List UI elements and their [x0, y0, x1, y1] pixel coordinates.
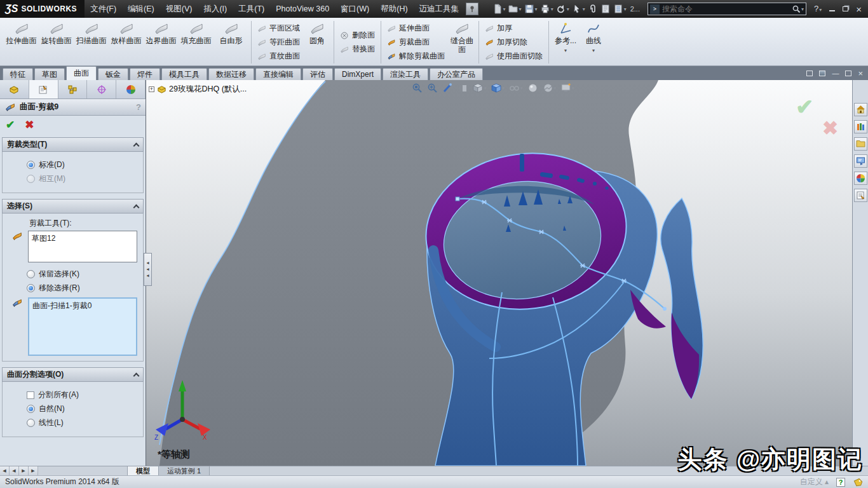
- restore-icon[interactable]: [843, 6, 848, 11]
- curves-button[interactable]: 曲线▾: [580, 20, 607, 65]
- lofted-surface-button[interactable]: 放样曲面: [109, 20, 144, 65]
- viewport-ok-icon[interactable]: ✔: [796, 94, 814, 119]
- panel-splitter-handle[interactable]: ◂◂◂: [144, 253, 152, 286]
- menu-photoview[interactable]: PhotoView 360: [270, 0, 335, 18]
- swept-surface-button[interactable]: 扫描曲面: [74, 20, 109, 65]
- undo-icon[interactable]: ▾: [556, 4, 569, 14]
- zoom-selection-icon[interactable]: [442, 83, 453, 93]
- keep-selection-radio[interactable]: [27, 270, 35, 278]
- trim-surface-button[interactable]: 剪裁曲面: [387, 36, 445, 48]
- model-tab[interactable]: 模型: [127, 466, 159, 475]
- tab-data-migration[interactable]: 数据迁移: [208, 68, 254, 80]
- open-icon[interactable]: ▾: [508, 4, 522, 14]
- reference-geometry-button[interactable]: 参考...▾: [552, 20, 580, 65]
- attach-icon[interactable]: [588, 4, 598, 14]
- web-icon[interactable]: [854, 172, 867, 185]
- motion-study-tab[interactable]: 运动算例 1: [159, 466, 210, 475]
- pieces-to-remove-list[interactable]: 曲面-扫描1-剪裁0: [28, 297, 137, 356]
- linear-radio[interactable]: [27, 419, 35, 427]
- ruled-surface-button[interactable]: 直纹曲面: [257, 50, 300, 62]
- menu-view[interactable]: 视图(V): [160, 0, 198, 18]
- filled-surface-button[interactable]: 填充曲面: [179, 20, 214, 65]
- thickened-cut-button[interactable]: 加厚切除: [485, 36, 543, 48]
- delete-face-button[interactable]: 删除面: [340, 29, 375, 41]
- ok-button[interactable]: ✔: [6, 118, 15, 132]
- standard-radio[interactable]: [27, 161, 35, 169]
- file-explorer-icon[interactable]: [854, 137, 867, 151]
- close-icon[interactable]: ×: [856, 5, 862, 13]
- knit-surface-button[interactable]: 缝合曲面: [448, 20, 476, 65]
- tab-render-tools[interactable]: 渲染工具: [383, 68, 428, 80]
- customize-menu[interactable]: 自定义 ▴: [800, 477, 829, 487]
- planar-surface-button[interactable]: 平面区域: [257, 22, 300, 34]
- search-caret-icon[interactable]: ▾: [801, 6, 804, 12]
- zoom-area-icon[interactable]: [427, 83, 438, 93]
- trim-type-header[interactable]: 剪裁类型(T): [2, 137, 144, 152]
- freeform-button[interactable]: 自由形: [214, 20, 248, 65]
- select-cursor-icon[interactable]: ▾: [572, 4, 585, 14]
- cancel-button[interactable]: ✖: [25, 118, 34, 132]
- keep-selection-row[interactable]: 保留选择(K): [27, 269, 140, 280]
- cut-with-surface-button[interactable]: 使用曲面切除: [485, 50, 543, 62]
- menu-tools[interactable]: 工具(T): [233, 0, 270, 18]
- natural-radio-row[interactable]: 自然(N): [27, 403, 140, 414]
- offset-surface-button[interactable]: 等距曲面: [257, 36, 300, 48]
- tab-mold-tools[interactable]: 模具工具: [161, 68, 207, 80]
- standard-radio-row[interactable]: 标准(D): [27, 159, 140, 170]
- save-icon[interactable]: ▾: [524, 4, 538, 14]
- mutual-radio[interactable]: [27, 175, 35, 183]
- collapse-chevron-icon[interactable]: [133, 373, 140, 379]
- display-style-icon[interactable]: ▾: [491, 83, 505, 93]
- tab-dimxpert[interactable]: DimXpert: [334, 68, 381, 80]
- tag-icon[interactable]: [853, 477, 863, 487]
- replace-face-button[interactable]: 替换面: [340, 43, 375, 55]
- tab-features[interactable]: 特征: [3, 68, 33, 80]
- minimize-icon[interactable]: [829, 6, 835, 11]
- zoom-fit-icon[interactable]: [412, 83, 423, 93]
- section-view-icon[interactable]: [458, 83, 468, 93]
- display-manager-tab-icon[interactable]: [116, 80, 146, 98]
- design-library-icon[interactable]: [854, 120, 867, 133]
- graphics-viewport[interactable]: X Z + 29玫瑰花DHQ (默认... ▾: [146, 80, 852, 466]
- tab-scroll-last-icon[interactable]: ▶: [29, 466, 38, 475]
- menu-window[interactable]: 窗口(W): [335, 0, 375, 18]
- quick-more-label[interactable]: 2...: [630, 5, 640, 13]
- tab-weldments[interactable]: 焊件: [130, 68, 160, 80]
- tab-direct-editing[interactable]: 直接编辑: [255, 68, 301, 80]
- custom-properties-icon[interactable]: [854, 189, 867, 202]
- flyout-feature-tree[interactable]: + 29玫瑰花DHQ (默认...: [149, 84, 247, 95]
- spline-endpoint[interactable]: [456, 197, 459, 201]
- graphics-canvas[interactable]: X Z: [146, 80, 852, 466]
- boundary-surface-button[interactable]: 边界曲面: [144, 20, 179, 65]
- search-icon[interactable]: [792, 4, 801, 13]
- pane-toggle2-icon[interactable]: [819, 71, 825, 76]
- linear-radio-row[interactable]: 线性(L): [27, 417, 140, 428]
- viewport-cancel-icon[interactable]: ✖: [822, 117, 838, 139]
- expand-tree-icon[interactable]: +: [149, 86, 154, 92]
- view-orientation-icon[interactable]: ▾: [473, 83, 487, 93]
- dimxpert-manager-tab-icon[interactable]: [87, 80, 116, 98]
- tab-office-products[interactable]: 办公室产品: [430, 68, 483, 80]
- view-settings-icon[interactable]: ▾: [560, 83, 574, 93]
- mutual-radio-row[interactable]: 相互(M): [27, 173, 140, 184]
- menu-insert[interactable]: 插入(I): [198, 0, 233, 18]
- doc-close-icon[interactable]: ×: [858, 70, 863, 77]
- tab-sheet-metal[interactable]: 钣金: [98, 68, 128, 80]
- edit-appearance-icon[interactable]: [527, 83, 538, 93]
- tab-evaluate[interactable]: 评估: [302, 68, 333, 80]
- doc-minimize-icon[interactable]: —: [832, 70, 839, 77]
- search-input[interactable]: [662, 4, 792, 13]
- tab-scroll-next-icon[interactable]: ▶: [19, 466, 29, 475]
- options-icon[interactable]: ▾: [613, 4, 627, 14]
- collapse-chevron-icon[interactable]: [133, 143, 140, 149]
- thicken-button[interactable]: 加厚: [485, 22, 543, 34]
- menu-help[interactable]: 帮助(H): [375, 0, 413, 18]
- revolved-surface-button[interactable]: 旋转曲面: [39, 20, 74, 65]
- new-file-icon[interactable]: ▾: [492, 4, 506, 14]
- tab-scroll-first-icon[interactable]: ◀: [0, 466, 10, 475]
- natural-radio[interactable]: [27, 405, 35, 413]
- pin-icon[interactable]: [466, 3, 478, 15]
- configuration-manager-tab-icon[interactable]: [58, 80, 88, 98]
- remove-selection-radio[interactable]: [27, 284, 35, 292]
- menu-maidi-tools[interactable]: 迈迪工具集: [414, 0, 465, 18]
